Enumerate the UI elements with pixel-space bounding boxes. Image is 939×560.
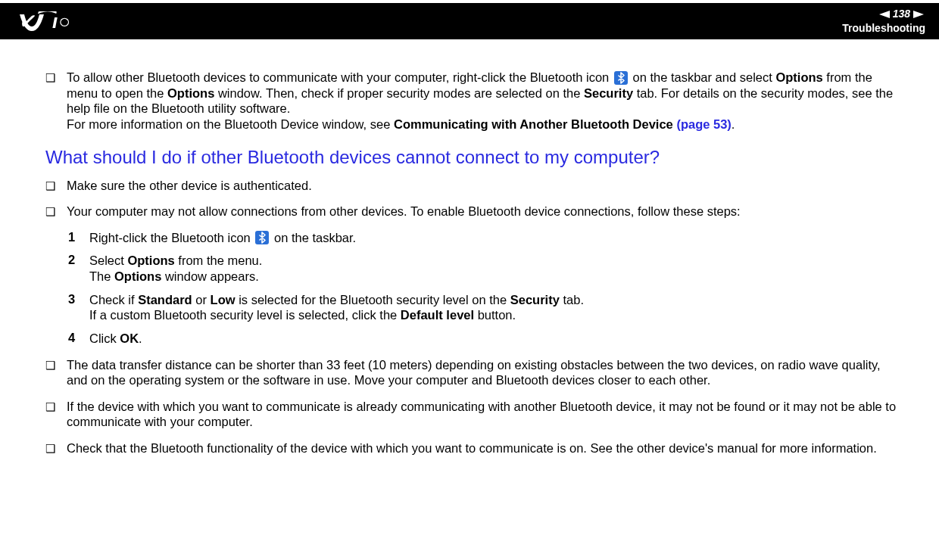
- text: For more information on the Bluetooth De…: [67, 117, 394, 131]
- text: Click: [89, 331, 120, 345]
- bullet-marker: ❑: [45, 399, 67, 414]
- text-bold: Options: [775, 70, 822, 84]
- text: Your computer may not allow connections …: [67, 204, 901, 219]
- text: If the device with which you want to com…: [67, 399, 901, 430]
- bullet-marker: ❑: [45, 440, 67, 456]
- bullet-item: ❑ Make sure the other device is authenti…: [45, 178, 901, 194]
- page-number: 138: [893, 8, 910, 20]
- step-number: 2: [68, 253, 89, 268]
- text: .: [139, 331, 142, 345]
- text: window appears.: [161, 269, 258, 283]
- page-content: ❑ To allow other Bluetooth devices to co…: [0, 39, 939, 482]
- text: Select: [89, 254, 127, 267]
- page-link[interactable]: (page 53): [673, 117, 732, 131]
- svg-marker-3: [913, 11, 924, 18]
- bullet-marker: ❑: [45, 357, 67, 372]
- bullet-marker: ❑: [45, 204, 67, 219]
- text: on the taskbar.: [270, 231, 356, 244]
- step-number: 3: [68, 292, 89, 307]
- text: To allow other Bluetooth devices to comm…: [67, 70, 613, 84]
- text: is selected for the Bluetooth security l…: [236, 293, 510, 306]
- text-bold: Options: [127, 254, 174, 267]
- text-bold: Low: [211, 293, 236, 306]
- bluetooth-icon: [614, 71, 628, 85]
- text: tab.: [560, 293, 584, 306]
- text-bold: Communicating with Another Bluetooth Dev…: [394, 117, 673, 131]
- section-label: Troubleshooting: [842, 22, 925, 34]
- bullet-item: ❑ Check that the Bluetooth functionality…: [45, 440, 901, 456]
- step-number: 4: [68, 331, 89, 346]
- text: Check that the Bluetooth functionality o…: [67, 440, 901, 456]
- bullet-item: ❑ The data transfer distance can be shor…: [45, 357, 901, 388]
- bluetooth-icon: [255, 231, 269, 244]
- text: The: [89, 269, 114, 283]
- bullet-marker: ❑: [45, 178, 67, 193]
- svg-text:✓⁀ı○: ✓⁀ı○: [18, 11, 71, 31]
- text: button.: [474, 308, 516, 322]
- text-bold: Security: [584, 86, 633, 100]
- svg-marker-2: [879, 11, 890, 18]
- nav-next-icon[interactable]: [913, 11, 924, 18]
- step-item: 4 Click OK.: [68, 331, 901, 347]
- text-bold: Options: [167, 86, 214, 100]
- bullet-item: ❑ To allow other Bluetooth devices to co…: [45, 70, 901, 132]
- text: Make sure the other device is authentica…: [67, 178, 901, 194]
- nav-prev-icon[interactable]: [879, 11, 890, 18]
- header-right: 138 Troubleshooting: [842, 8, 925, 34]
- vaio-logo: ✓⁀ı○: [18, 11, 117, 31]
- step-number: 1: [68, 230, 89, 245]
- text: .: [732, 117, 735, 131]
- text: Check if: [89, 293, 138, 306]
- header-bar: ✓⁀ı○ 138 Troubleshooting: [0, 3, 939, 39]
- text: on the taskbar and select: [629, 70, 776, 84]
- text: from the menu.: [175, 254, 263, 267]
- text-bold: Options: [114, 269, 161, 283]
- step-item: 3 Check if Standard or Low is selected f…: [68, 292, 901, 323]
- text: The data transfer distance can be shorte…: [67, 357, 901, 388]
- bullet-item: ❑ If the device with which you want to c…: [45, 399, 901, 430]
- question-heading: What should I do if other Bluetooth devi…: [45, 146, 901, 169]
- text: If a custom Bluetooth security level is …: [89, 308, 401, 322]
- text-bold: OK: [120, 331, 139, 345]
- text: or: [192, 293, 211, 306]
- step-item: 2 Select Options from the menu. The Opti…: [68, 253, 901, 284]
- step-item: 1 Right-click the Bluetooth icon on the …: [68, 230, 901, 246]
- bullet-marker: ❑: [45, 70, 67, 85]
- text-bold: Default level: [401, 308, 474, 322]
- bullet-item: ❑ Your computer may not allow connection…: [45, 204, 901, 219]
- text: window. Then, check if proper security m…: [214, 86, 584, 100]
- text-bold: Security: [510, 293, 560, 306]
- text-bold: Standard: [138, 293, 192, 306]
- text: Right-click the Bluetooth icon: [89, 231, 254, 244]
